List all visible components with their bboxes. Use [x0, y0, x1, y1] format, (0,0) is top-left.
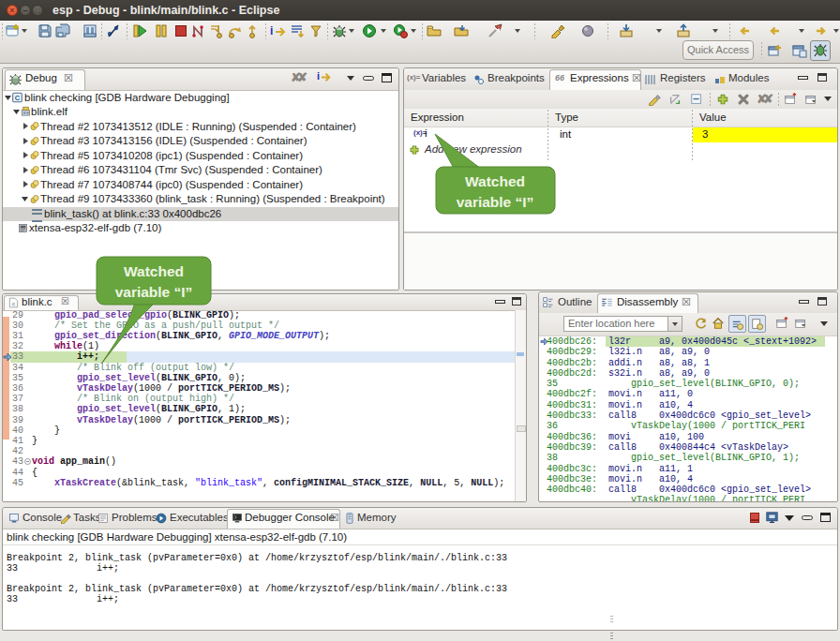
svg-text:C: C	[15, 94, 21, 102]
svg-text:variable “I”: variable “I”	[115, 284, 193, 300]
svg-text:Watched: Watched	[465, 173, 525, 189]
svg-text:variable “I”: variable “I”	[457, 194, 534, 210]
svg-text:Watched: Watched	[124, 263, 184, 279]
svg-text:c: c	[12, 300, 15, 306]
